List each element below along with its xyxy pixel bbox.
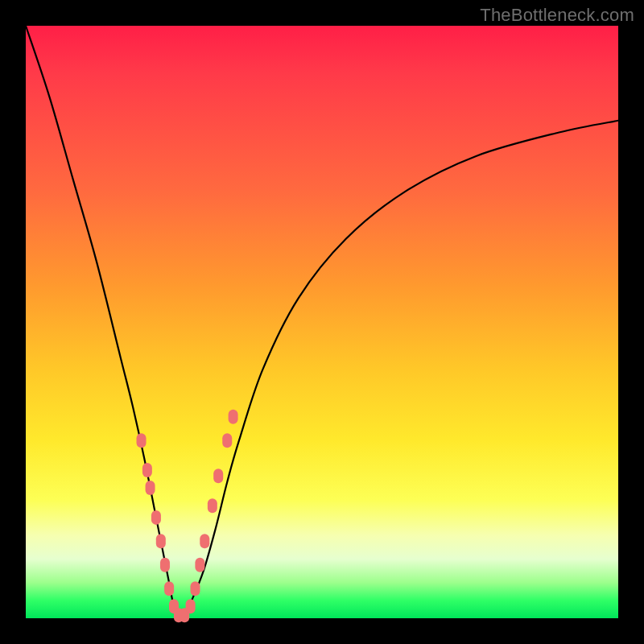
data-marker xyxy=(151,510,161,525)
data-marker xyxy=(164,581,174,596)
data-marker xyxy=(137,433,147,448)
data-marker xyxy=(195,558,204,572)
plot-area xyxy=(26,26,618,618)
bottleneck-curve-svg xyxy=(26,26,618,618)
marker-group xyxy=(137,410,238,623)
bottleneck-curve xyxy=(26,26,618,618)
data-marker xyxy=(222,433,232,448)
watermark-text: TheBottleneck.com xyxy=(480,5,634,26)
data-marker xyxy=(160,558,170,572)
chart-frame: TheBottleneck.com xyxy=(0,0,644,644)
data-marker xyxy=(142,463,152,477)
data-marker xyxy=(146,481,155,495)
data-marker xyxy=(156,534,166,548)
data-marker xyxy=(190,581,200,596)
data-marker xyxy=(200,534,209,548)
data-marker xyxy=(229,410,238,424)
data-marker xyxy=(186,599,196,613)
data-marker xyxy=(208,498,217,513)
data-marker xyxy=(213,469,223,483)
